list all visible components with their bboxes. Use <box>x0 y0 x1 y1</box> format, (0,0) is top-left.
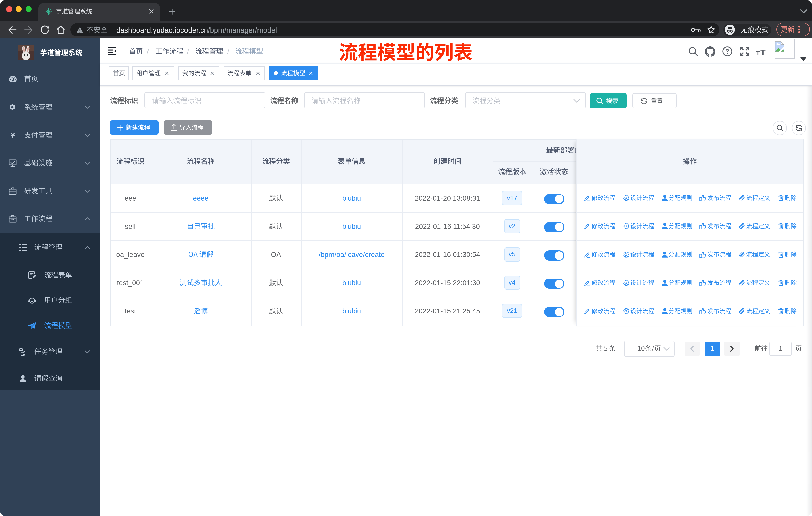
svg-text:T: T <box>756 50 760 56</box>
svg-text:?: ? <box>725 48 729 55</box>
svg-text:T: T <box>760 48 766 56</box>
